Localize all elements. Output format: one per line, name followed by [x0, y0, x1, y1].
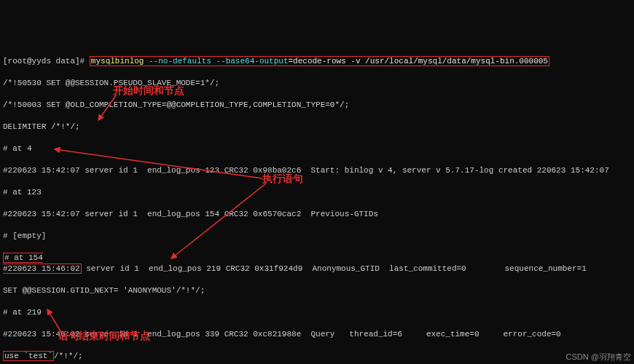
use-db-highlight: use `test` — [3, 351, 54, 361]
output-line: /*!50530 SET @@SESSION.PSEUDO_SLAVE_MODE… — [3, 78, 631, 89]
output-line: #220623 15:42:07 server id 1 end_log_pos… — [3, 165, 631, 176]
terminal-output: [root@yyds data]# mysqlbinlog --no-defau… — [0, 44, 634, 364]
timestamp-highlight: # at 154 #220623 15:46:02 — [3, 253, 82, 274]
output-line: # at 219 — [3, 307, 631, 318]
command-highlight: mysqlbinlog --no-defaults --base64-outpu… — [90, 56, 549, 66]
output-line: DELIMITER /*!*/; — [3, 122, 631, 132]
shell-prompt: [root@yyds data]# — [3, 57, 90, 66]
output-line: # at 4 — [3, 143, 631, 154]
output-line: /*!50003 SET @OLD_COMPLETION_TYPE=@@COMP… — [3, 100, 631, 111]
output-line: SET @@SESSION.GTID_NEXT= 'ANONYMOUS'/*!*… — [3, 285, 631, 296]
output-line: #220623 15:42:07 server id 1 end_log_pos… — [3, 209, 631, 220]
watermark: CSDN @羽翔青空 — [566, 352, 631, 363]
output-line: # at 123 — [3, 187, 631, 198]
output-line: # [empty] — [3, 231, 631, 242]
output-line: #220623 15:46:02 server id 1 end_log_pos… — [3, 329, 631, 340]
